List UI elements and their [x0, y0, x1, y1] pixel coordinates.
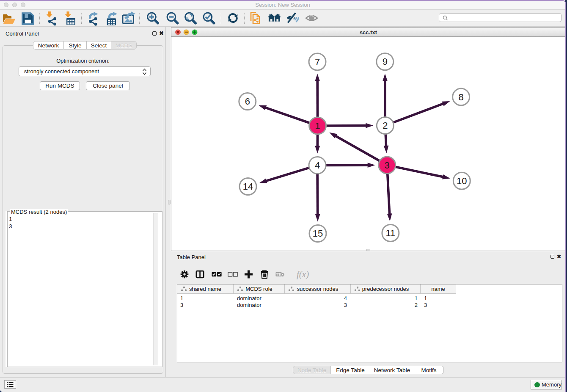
- svg-text:14: 14: [243, 181, 253, 192]
- svg-text:4: 4: [315, 160, 320, 171]
- svg-text:10: 10: [457, 176, 467, 186]
- svg-text:2: 2: [383, 120, 388, 131]
- svg-text:f(x): f(x): [297, 269, 309, 279]
- svg-text:1: 1: [315, 121, 320, 131]
- svg-text:7: 7: [315, 57, 320, 67]
- svg-text:11: 11: [385, 228, 395, 238]
- svg-text:9: 9: [383, 56, 388, 67]
- svg-text:3: 3: [385, 160, 390, 171]
- svg-text:8: 8: [458, 92, 463, 102]
- svg-text:15: 15: [313, 228, 323, 239]
- svg-text:6: 6: [245, 96, 250, 107]
